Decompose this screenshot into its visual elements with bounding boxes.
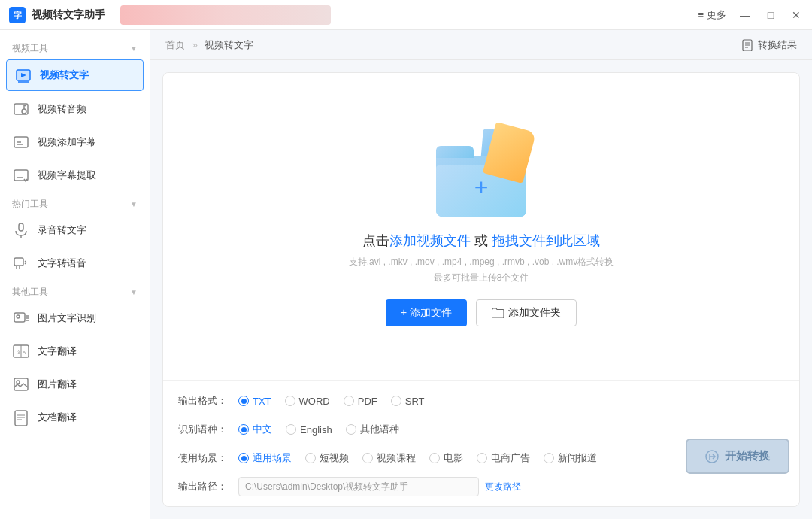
breadcrumb-sep: » bbox=[192, 39, 198, 50]
sidebar-item-doc-translate[interactable]: 文档翻译 bbox=[0, 401, 150, 434]
add-file-button[interactable]: + 添加文件 bbox=[386, 299, 467, 326]
chevron-down-icon: ▼ bbox=[130, 288, 138, 296]
sidebar-item-video-to-text[interactable]: 视频转文字 bbox=[6, 59, 144, 91]
sidebar-item-audio-to-text[interactable]: 录音转文字 bbox=[0, 214, 150, 247]
scene-ecommerce[interactable]: 电商广告 bbox=[477, 451, 530, 465]
output-path-row: 输出路径： 更改路径 bbox=[178, 476, 784, 497]
format-srt[interactable]: SRT bbox=[391, 396, 425, 407]
content-area: 首页 » 视频转文字 转换结果 bbox=[150, 30, 812, 519]
format-pdf[interactable]: PDF bbox=[344, 396, 377, 407]
svg-rect-15 bbox=[19, 223, 23, 231]
path-row: 更改路径 bbox=[238, 477, 784, 496]
svg-rect-13 bbox=[14, 170, 28, 181]
radio-ecommerce bbox=[477, 453, 487, 463]
radio-txt bbox=[238, 396, 249, 406]
lang-chinese[interactable]: 中文 bbox=[238, 423, 272, 436]
convert-label: 开始转换 bbox=[725, 449, 770, 463]
section-label: 视频工具 bbox=[12, 42, 48, 55]
main-content-wrapper: + 点击添加视频文件 或 拖拽文件到此区域 支持.avi , .mkv , .m… bbox=[150, 60, 812, 519]
scene-movie[interactable]: 电影 bbox=[429, 451, 463, 465]
upload-formats: 支持.avi , .mkv , .mov , .mp4 , .mpeg , .r… bbox=[349, 256, 614, 269]
upload-title: 点击添加视频文件 或 拖拽文件到此区域 bbox=[362, 232, 600, 250]
sidebar-item-text-to-speech[interactable]: 文字转语音 bbox=[0, 247, 150, 280]
radio-srt bbox=[391, 396, 401, 406]
sidebar-label: 录音转文字 bbox=[38, 223, 86, 237]
change-path-button[interactable]: 更改路径 bbox=[485, 481, 521, 493]
audio-to-text-icon bbox=[12, 221, 30, 239]
sidebar-item-video-add-subtitle[interactable]: 视频添加字幕 bbox=[0, 126, 150, 159]
sidebar-label: 图片翻译 bbox=[38, 378, 77, 391]
sidebar-item-image-translate[interactable]: 图片翻译 bbox=[0, 368, 150, 401]
radio-course bbox=[362, 453, 373, 463]
format-word[interactable]: WORD bbox=[285, 396, 330, 407]
output-path-input[interactable] bbox=[238, 477, 479, 496]
sidebar-label: 图片文字识别 bbox=[38, 311, 96, 325]
output-format-group: TXT WORD PDF bbox=[238, 396, 784, 407]
scene-short-video[interactable]: 短视频 bbox=[305, 451, 349, 465]
language-label: 识别语种： bbox=[178, 423, 238, 436]
text-translate-icon: 文 A bbox=[12, 342, 30, 360]
chevron-down-icon: ▼ bbox=[130, 44, 138, 53]
add-folder-button[interactable]: 添加文件夹 bbox=[476, 299, 577, 326]
minimize-button[interactable]: — bbox=[738, 8, 752, 22]
svg-text:文: 文 bbox=[17, 349, 21, 354]
radio-other-lang bbox=[346, 424, 356, 435]
image-ocr-icon bbox=[12, 309, 30, 327]
lang-other[interactable]: 其他语种 bbox=[346, 423, 399, 436]
video-extract-subtitle-icon bbox=[12, 166, 30, 184]
svg-line-9 bbox=[24, 105, 26, 106]
language-row: 识别语种： 中文 English bbox=[178, 419, 784, 440]
svg-point-21 bbox=[17, 315, 20, 318]
app-title: 视频转文字助手 bbox=[32, 8, 105, 22]
breadcrumb-home[interactable]: 首页 bbox=[165, 39, 185, 50]
video-to-audio-icon bbox=[12, 100, 30, 118]
menu-icon: ≡ bbox=[698, 9, 704, 20]
sidebar-section-video-tools: 视频工具 ▼ bbox=[0, 36, 150, 58]
upload-buttons: + 添加文件 添加文件夹 bbox=[386, 299, 577, 326]
start-convert-button[interactable]: 开始转换 bbox=[686, 439, 789, 474]
svg-point-30 bbox=[17, 381, 20, 384]
convert-btn-area: 开始转换 bbox=[686, 439, 789, 474]
sidebar-label: 文字转语音 bbox=[38, 256, 86, 270]
sidebar-item-text-translate[interactable]: 文 A 文字翻译 bbox=[0, 335, 150, 368]
path-label: 输出路径： bbox=[178, 480, 238, 493]
radio-word bbox=[285, 396, 295, 406]
svg-rect-31 bbox=[15, 411, 27, 426]
scene-news[interactable]: 新闻报道 bbox=[544, 451, 597, 465]
sidebar-item-video-to-audio[interactable]: 视频转音频 bbox=[0, 93, 150, 126]
radio-pdf bbox=[344, 396, 354, 406]
sidebar-label: 视频转文字 bbox=[40, 68, 89, 82]
sidebar-item-image-ocr[interactable]: 图片文字识别 bbox=[0, 302, 150, 335]
scene-course[interactable]: 视频课程 bbox=[362, 451, 416, 465]
breadcrumb-bar: 首页 » 视频转文字 转换结果 bbox=[150, 30, 812, 60]
sidebar-item-video-extract-subtitle[interactable]: 视频字幕提取 bbox=[0, 159, 150, 192]
output-format-label: 输出格式： bbox=[178, 394, 238, 408]
scene-label: 使用场景： bbox=[178, 451, 238, 465]
app-body: 视频工具 ▼ 视频转文字 bbox=[0, 30, 812, 519]
upload-area[interactable]: + 点击添加视频文件 或 拖拽文件到此区域 支持.avi , .mkv , .m… bbox=[163, 73, 799, 381]
sidebar-label: 文字翻译 bbox=[38, 344, 77, 358]
svg-rect-17 bbox=[14, 258, 23, 266]
close-button[interactable]: ✕ bbox=[789, 8, 803, 22]
maximize-button[interactable]: □ bbox=[764, 8, 777, 22]
svg-point-7 bbox=[22, 109, 26, 114]
plus-icon: + bbox=[474, 174, 489, 202]
app-logo: 字 bbox=[9, 7, 26, 23]
svg-text:字: 字 bbox=[14, 11, 22, 20]
title-bar: 字 视频转文字助手 ≡ 更多 — □ ✕ bbox=[0, 0, 812, 30]
sidebar-label: 视频字幕提取 bbox=[38, 168, 96, 182]
sidebar-label: 视频转音频 bbox=[38, 102, 86, 116]
video-to-text-icon bbox=[14, 66, 32, 84]
chevron-down-icon: ▼ bbox=[130, 200, 138, 208]
video-add-subtitle-icon bbox=[12, 133, 30, 151]
language-group: 中文 English 其他语种 bbox=[238, 423, 784, 436]
radio-general bbox=[238, 453, 249, 463]
lang-english[interactable]: English bbox=[286, 424, 332, 436]
svg-text:A: A bbox=[23, 350, 26, 354]
radio-movie bbox=[429, 453, 440, 463]
scene-general[interactable]: 通用场景 bbox=[238, 451, 292, 465]
sidebar-section-popular: 热门工具 ▼ bbox=[0, 192, 150, 214]
more-menu[interactable]: ≡ 更多 bbox=[698, 8, 726, 22]
format-txt[interactable]: TXT bbox=[238, 396, 271, 407]
result-button[interactable]: 转换结果 bbox=[741, 38, 797, 52]
